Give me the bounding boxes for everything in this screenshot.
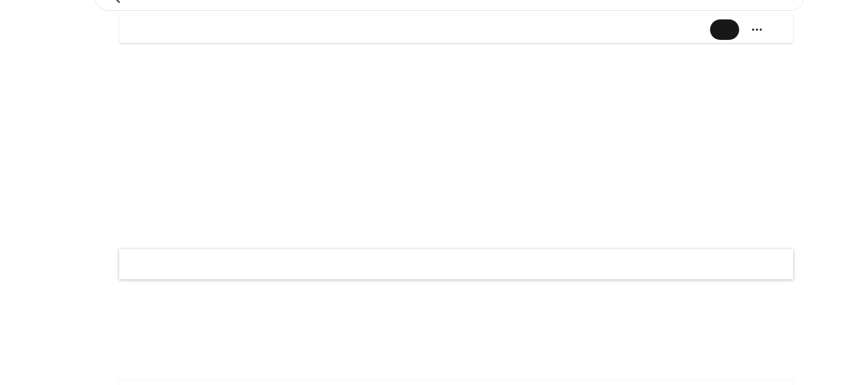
- late-submission-button[interactable]: [710, 19, 739, 40]
- more-options-icon[interactable]: [751, 25, 763, 34]
- tab-bar-actions: [698, 19, 793, 40]
- tabs-nav: [119, 16, 136, 43]
- table-row-partial: [119, 380, 793, 385]
- search-icon: [114, 0, 120, 3]
- search-bar[interactable]: [95, 0, 804, 11]
- page: [0, 0, 868, 385]
- current-user-row-card: [119, 249, 793, 279]
- competition-tab-bar: [119, 16, 793, 43]
